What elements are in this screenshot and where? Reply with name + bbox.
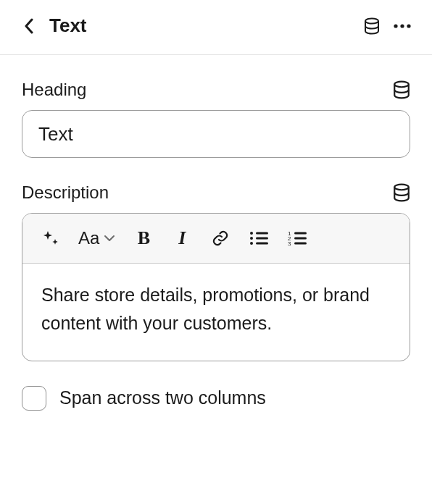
dynamic-source-button[interactable] xyxy=(364,17,380,35)
heading-label-row: Heading xyxy=(22,80,410,100)
svg-rect-9 xyxy=(256,238,268,240)
svg-rect-11 xyxy=(256,243,268,245)
svg-point-3 xyxy=(407,24,410,28)
svg-text:3: 3 xyxy=(288,240,291,246)
span-columns-row: Span across two columns xyxy=(22,386,410,411)
description-label: Description xyxy=(22,182,109,203)
description-editor: Aa B I xyxy=(22,213,410,361)
svg-point-10 xyxy=(250,242,253,245)
svg-point-6 xyxy=(250,232,253,235)
sparkle-icon xyxy=(41,229,59,248)
rte-numbered-list-button[interactable]: 1 2 3 xyxy=(287,228,307,248)
svg-point-1 xyxy=(394,24,397,28)
svg-point-8 xyxy=(250,237,253,240)
description-field-group: Description Aa xyxy=(22,182,410,361)
link-icon xyxy=(211,229,230,248)
panel-title: Text xyxy=(49,14,87,37)
database-icon xyxy=(393,80,410,99)
svg-rect-13 xyxy=(294,232,307,235)
rte-toolbar: Aa B I xyxy=(22,214,410,264)
panel-header: Text xyxy=(0,0,432,54)
rte-paragraph-dropdown[interactable]: Aa xyxy=(78,228,115,248)
span-columns-label: Span across two columns xyxy=(59,387,266,408)
heading-dynamic-source-button[interactable] xyxy=(393,80,410,99)
rte-ai-button[interactable] xyxy=(40,228,60,248)
svg-point-4 xyxy=(394,82,409,88)
back-button[interactable] xyxy=(20,17,38,35)
heading-field-group: Heading xyxy=(22,80,410,158)
heading-input[interactable] xyxy=(22,110,410,158)
svg-rect-7 xyxy=(256,232,268,235)
numbered-list-icon: 1 2 3 xyxy=(288,230,307,246)
panel-content: Heading Description xyxy=(0,55,432,411)
rte-bold-button[interactable]: B xyxy=(133,228,154,248)
header-right xyxy=(364,17,412,35)
rte-link-button[interactable] xyxy=(210,228,230,248)
rte-italic-button[interactable]: I xyxy=(172,228,192,248)
rte-bullet-list-button[interactable] xyxy=(249,228,269,248)
bullet-list-icon xyxy=(249,230,268,246)
description-textarea[interactable]: Share store details, promotions, or bran… xyxy=(22,264,410,361)
database-icon xyxy=(364,17,380,35)
span-columns-checkbox[interactable] xyxy=(22,386,46,411)
chevron-down-icon xyxy=(104,235,115,242)
svg-point-2 xyxy=(400,24,404,28)
more-actions-button[interactable] xyxy=(393,23,412,29)
database-icon xyxy=(393,183,410,202)
description-label-row: Description xyxy=(22,182,410,203)
svg-rect-15 xyxy=(294,238,307,240)
more-horizontal-icon xyxy=(393,23,412,29)
chevron-left-icon xyxy=(24,18,34,34)
rte-paragraph-label: Aa xyxy=(78,228,99,248)
svg-point-5 xyxy=(394,185,409,190)
header-left: Text xyxy=(20,14,87,37)
description-dynamic-source-button[interactable] xyxy=(393,183,410,202)
heading-label: Heading xyxy=(22,80,86,100)
svg-rect-17 xyxy=(294,243,307,245)
svg-point-0 xyxy=(365,18,378,23)
